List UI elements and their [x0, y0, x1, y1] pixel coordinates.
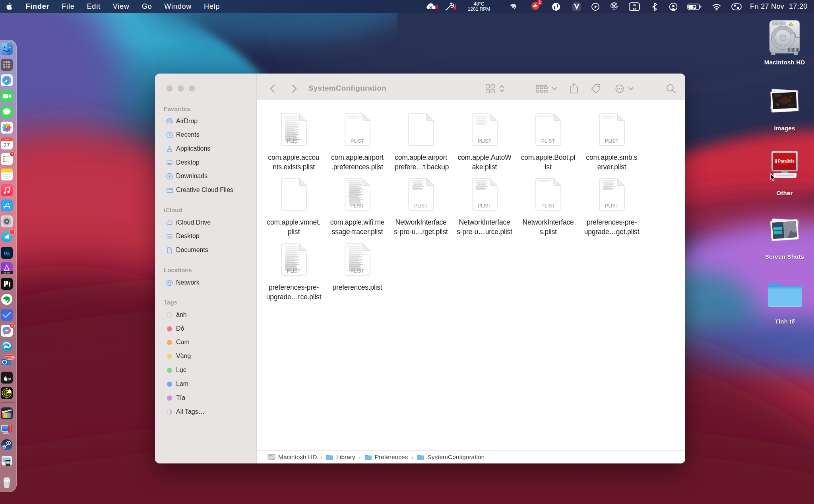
svg-text:tv: tv [8, 377, 11, 381]
svg-text:|| Parallels: || Parallels [775, 159, 795, 163]
svg-text:PLIST: PLIST [351, 268, 364, 274]
svg-text:PLIST: PLIST [541, 138, 555, 144]
svg-text:BETA: BETA [5, 348, 10, 350]
svg-text:PLIST: PLIST [478, 203, 491, 209]
svg-text:PLIST: PLIST [605, 203, 618, 209]
svg-text:PLIST: PLIST [287, 268, 300, 274]
svg-text:PLIST: PLIST [351, 138, 364, 144]
svg-text:BETA: BETA [4, 271, 10, 274]
svg-text:27: 27 [4, 142, 10, 148]
svg-text:Ps: Ps [4, 250, 10, 256]
svg-text:PLIST: PLIST [287, 138, 300, 144]
svg-text:PLIST: PLIST [605, 138, 618, 144]
svg-text:TX: TX [632, 7, 636, 10]
svg-text:PLIST: PLIST [478, 138, 491, 144]
svg-text:PLIST: PLIST [351, 203, 364, 209]
svg-text:PLIST: PLIST [414, 203, 428, 209]
svg-text:NOV: NOV [5, 139, 9, 141]
svg-text:PLIST: PLIST [541, 203, 555, 209]
